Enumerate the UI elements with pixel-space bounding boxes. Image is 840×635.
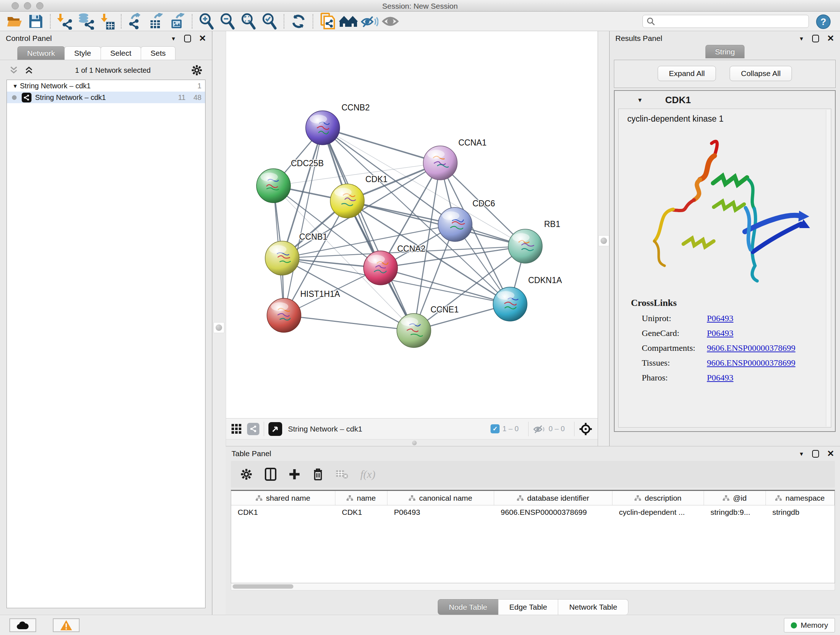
zoom-out-button[interactable] [217,13,238,30]
right-splitter[interactable] [598,31,609,446]
network-edge[interactable] [323,128,440,163]
search-input[interactable] [658,17,805,25]
network-node-hist1h1a[interactable]: HIST1H1A [267,289,340,333]
gear-icon[interactable] [240,468,253,480]
tab-network[interactable]: Network [17,46,65,60]
table-horizontal-scrollbar[interactable] [231,583,835,591]
network-node-cdc6[interactable]: CDC6 [438,199,495,241]
network-edge[interactable] [284,128,323,315]
column-header-description[interactable]: description [613,491,704,505]
apply-layout-button[interactable] [288,13,309,30]
column-header-canonical-name[interactable]: canonical name [387,491,494,505]
table-cell[interactable]: stringdb [766,508,835,516]
import-network-database-button[interactable] [75,13,96,30]
export-table-button[interactable] [146,13,167,30]
delete-column-icon[interactable] [313,468,324,481]
tab-string[interactable]: String [706,45,745,58]
panel-menu-icon[interactable]: ▼ [171,35,176,42]
grid-view-icon[interactable] [231,424,242,434]
show-all-button[interactable] [380,13,401,30]
splitter-handle[interactable] [412,440,417,445]
add-column-icon[interactable] [289,469,300,480]
network-node-rb1[interactable]: RB1 [508,219,561,263]
table-cell[interactable]: stringdb:9... [704,508,766,516]
export-network-button[interactable] [125,13,146,30]
zoom-in-button[interactable] [196,13,217,30]
node-table[interactable]: shared namenamecanonical namedatabase id… [231,490,835,583]
show-columns-icon[interactable] [265,468,276,481]
tab-network-table[interactable]: Network Table [558,599,628,615]
tab-node-table[interactable]: Node Table [438,599,499,615]
column-header-namespace[interactable]: namespace [766,491,835,505]
network-canvas[interactable]: CCNB2CCNA1CDC25BCDK1CDC6RB1CCNB1CCNA2CDK… [226,31,598,418]
zoom-fit-button[interactable] [238,13,259,30]
toolbar-search[interactable] [643,15,809,28]
network-edge[interactable] [347,201,525,246]
close-panel-icon[interactable]: ✕ [827,35,834,42]
horizontal-splitter[interactable] [226,439,598,446]
network-share-view-icon[interactable] [247,423,259,435]
network-edge[interactable] [284,315,414,331]
crosslink-link[interactable]: P06493 [707,373,733,383]
birdseye-view-icon[interactable] [268,422,282,436]
tab-sets[interactable]: Sets [141,46,175,60]
scrollbar-thumb[interactable] [233,584,294,589]
network-node-cdkn1a[interactable]: CDKN1A [493,276,562,321]
import-table-file-button[interactable] [96,13,117,30]
selected-checkbox-icon[interactable]: ✓ [491,424,500,433]
column-header-shared-name[interactable]: shared name [231,491,335,505]
crosslink-link[interactable]: 9606.ENSP00000378699 [707,343,796,353]
column-header--id[interactable]: @id [704,491,766,505]
tab-style[interactable]: Style [65,46,101,60]
table-cell[interactable]: 9606.ENSP00000378699 [494,508,613,516]
save-session-button[interactable] [25,13,46,30]
crosslink-link[interactable]: P06493 [707,314,733,323]
expand-all-button[interactable]: Expand All [658,66,716,81]
network-node-cdc25b[interactable]: CDC25B [256,158,324,203]
close-panel-icon[interactable]: ✕ [199,35,206,42]
close-panel-icon[interactable]: ✕ [827,450,834,457]
table-cell[interactable]: CDK1 [231,508,335,516]
network-node-ccne1[interactable]: CCNE1 [397,305,459,348]
network-node-ccna1[interactable]: CCNA1 [423,138,486,180]
panel-menu-icon[interactable]: ▼ [799,35,804,42]
collapse-all-icon[interactable] [9,65,19,75]
export-image-button[interactable] [167,13,188,30]
table-cell[interactable]: CDK1 [335,508,387,516]
panel-menu-icon[interactable]: ▼ [799,451,804,457]
collapse-all-button[interactable]: Collapse All [729,66,792,81]
table-row[interactable]: CDK1CDK1P064939606.ENSP00000378699cyclin… [231,505,835,519]
zoom-selected-button[interactable] [259,13,280,30]
hide-selected-button[interactable] [359,13,380,30]
table-cell[interactable]: cyclin-dependent ... [613,508,704,516]
crosslink-link[interactable]: 9606.ENSP00000378699 [707,358,796,368]
network-row[interactable]: String Network – cdk1 11 48 [7,92,205,103]
gear-icon[interactable] [191,65,202,76]
tree-expand-caret-icon[interactable]: ▼ [11,83,20,89]
cloud-status-button[interactable] [9,618,36,632]
new-network-from-selection-button[interactable] [317,13,338,30]
first-neighbors-button[interactable] [338,13,359,30]
splitter-handle[interactable] [213,322,224,333]
network-collection-row[interactable]: ▼ String Network – cdk1 1 [7,80,205,92]
warning-status-button[interactable] [53,618,80,632]
float-panel-icon[interactable] [184,35,191,42]
crosshair-icon[interactable] [579,422,592,436]
open-session-button[interactable] [4,13,25,30]
column-header-name[interactable]: name [335,491,387,505]
tab-select[interactable]: Select [101,46,141,60]
import-network-file-button[interactable] [54,13,75,30]
crosslink-link[interactable]: P06493 [707,328,733,338]
help-button[interactable]: ? [816,14,831,29]
column-header-database-identifier[interactable]: database identifier [494,491,613,505]
network-edge[interactable] [323,128,414,331]
expand-all-icon[interactable] [25,65,35,75]
float-panel-icon[interactable] [812,35,819,42]
collapse-protein-caret-icon[interactable]: ▼ [637,97,643,103]
splitter-handle[interactable] [598,235,609,246]
left-splitter[interactable] [212,31,226,615]
results-scrollbar[interactable] [826,110,830,426]
float-panel-icon[interactable] [812,450,819,458]
memory-button[interactable]: Memory [784,618,835,632]
table-cell[interactable]: P06493 [387,508,494,516]
